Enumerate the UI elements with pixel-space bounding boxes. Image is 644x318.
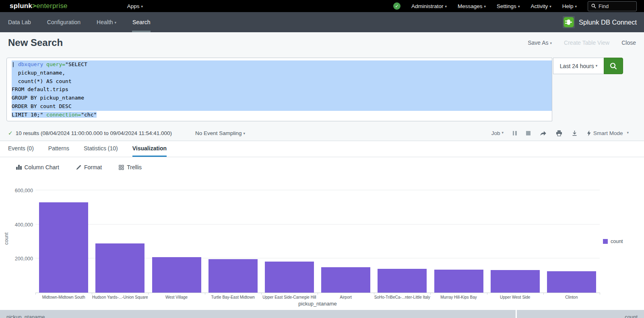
nav-configuration-label: Configuration: [47, 19, 80, 25]
tab-patterns[interactable]: Patterns: [48, 141, 69, 157]
nav-item-health[interactable]: Health▾: [97, 12, 116, 32]
results-summary: ✓ 10 results (08/04/2024 11:00:00.000 to…: [8, 130, 245, 136]
viz-controls: Column Chart Format Trellis: [0, 157, 644, 177]
stop-icon[interactable]: [526, 131, 530, 135]
chevron-down-icon: ▾: [502, 131, 504, 135]
job-menu-label: Job: [491, 130, 500, 136]
find-input[interactable]: [599, 3, 631, 9]
search-mode-label: Smart Mode: [593, 130, 623, 136]
column-header-count[interactable]: count: [517, 310, 644, 318]
bar-5[interactable]: [321, 267, 370, 293]
app-navbar: Data Lab Configuration Health▾ Search Sp…: [0, 12, 644, 32]
trellis-grid-icon: [119, 165, 124, 170]
column-chart-icon: [16, 165, 22, 170]
category-label: Upper East Side-Carnegie Hill: [261, 295, 318, 299]
nav-item-search[interactable]: Search: [132, 12, 150, 32]
export-download-icon[interactable]: [572, 130, 578, 136]
y-tick-label: 400,000: [15, 222, 33, 228]
apps-menu[interactable]: Apps▾: [127, 3, 143, 9]
save-as-label: Save As: [528, 39, 548, 46]
chevron-down-icon: ▾: [115, 21, 117, 25]
legend-label: count: [611, 239, 623, 244]
help-menu[interactable]: Help▾: [562, 3, 577, 9]
search-icon: [591, 4, 596, 8]
db-connect-plug-icon: [563, 16, 575, 28]
bar-7[interactable]: [434, 270, 483, 293]
column-header-pickup-ntaname[interactable]: pickup_ntaname: [0, 310, 516, 318]
nav-search-label: Search: [132, 19, 150, 25]
logo-splunk-text: splunk: [10, 2, 32, 10]
bar-0[interactable]: [39, 202, 88, 293]
administrator-menu[interactable]: Administrator▾: [411, 3, 447, 9]
time-range-picker[interactable]: Last 24 hours▾: [553, 58, 604, 74]
job-menu[interactable]: Job▾: [491, 130, 504, 136]
close-button[interactable]: Close: [621, 39, 636, 46]
event-sampling-dropdown[interactable]: No Event Sampling▾: [195, 130, 245, 136]
bar-1[interactable]: [95, 243, 144, 293]
search-query-input[interactable]: | dbxquery query="SELECT pickup_ntaname,…: [6, 58, 552, 121]
format-menu[interactable]: Format: [76, 164, 102, 170]
query-text: | dbxquery query="SELECT pickup_ntaname,…: [12, 60, 552, 119]
trellis-label: Trellis: [127, 164, 142, 170]
results-tabs: Events (0) Patterns Statistics (10) Visu…: [0, 141, 644, 157]
x-tick-mark: [205, 293, 205, 295]
logo-enterprise-text: enterprise: [36, 2, 68, 10]
chevron-down-icon: ▾: [550, 41, 552, 45]
share-icon[interactable]: [540, 130, 547, 136]
status-ok-icon[interactable]: ✓: [393, 2, 400, 10]
search-icon: [609, 62, 617, 70]
bar-3[interactable]: [208, 259, 258, 293]
run-search-button[interactable]: [604, 58, 623, 74]
logo-gt-text: >: [32, 2, 36, 10]
chevron-down-icon: ▾: [484, 4, 486, 8]
bar-9[interactable]: [547, 271, 596, 293]
messages-menu[interactable]: Messages▾: [458, 3, 486, 9]
find-searchbox[interactable]: [588, 1, 637, 11]
x-tick-mark: [487, 293, 487, 295]
nav-item-data-lab[interactable]: Data Lab: [8, 12, 31, 32]
x-tick-mark: [430, 293, 431, 295]
statistics-table-header: pickup_ntaname count: [0, 310, 644, 318]
tab-events[interactable]: Events (0): [8, 141, 34, 157]
chevron-down-icon: ▾: [596, 64, 598, 68]
x-tick-mark: [35, 293, 36, 295]
chevron-down-icon: ▾: [244, 131, 246, 135]
activity-menu-label: Activity: [530, 3, 548, 9]
x-tick-mark: [318, 293, 318, 295]
create-table-view-button: Create Table View: [564, 39, 609, 46]
category-label: SoHo-TriBeCa-...nter-Little Italy: [374, 295, 430, 299]
pause-icon[interactable]: [513, 131, 517, 135]
x-tick-mark: [600, 293, 600, 295]
chevron-down-icon: ▾: [575, 4, 577, 8]
bar-6[interactable]: [378, 269, 427, 293]
administrator-menu-label: Administrator: [411, 3, 444, 9]
x-tick-mark: [92, 293, 92, 295]
bar-2[interactable]: [152, 257, 201, 293]
category-label: Murray Hill-Kips Bay: [430, 295, 487, 299]
activity-menu[interactable]: Activity▾: [530, 3, 551, 9]
search-mode-dropdown[interactable]: Smart Mode ▾: [587, 130, 629, 136]
category-label: Turtle Bay-East Midtown: [205, 295, 261, 299]
time-range-label: Last 24 hours: [560, 63, 594, 69]
save-as-button[interactable]: Save As▾: [528, 39, 552, 46]
y-axis-ticks: 200,000400,000600,000: [10, 190, 33, 293]
splunk-logo[interactable]: splunk>enterprise: [10, 2, 68, 10]
bar-4[interactable]: [265, 262, 314, 293]
apps-menu-label: Apps: [127, 3, 140, 9]
trellis-menu[interactable]: Trellis: [119, 164, 142, 170]
chart-legend[interactable]: count: [603, 239, 623, 244]
y-tick-label: 200,000: [15, 256, 33, 262]
chart-type-label: Column Chart: [25, 164, 59, 170]
format-label: Format: [84, 164, 102, 170]
tab-statistics[interactable]: Statistics (10): [84, 141, 118, 157]
app-identity[interactable]: Splunk DB Connect: [563, 16, 644, 28]
results-bar: ✓ 10 results (08/04/2024 11:00:00.000 to…: [0, 126, 644, 140]
tab-visualization[interactable]: Visualization: [132, 141, 167, 157]
nav-item-configuration[interactable]: Configuration: [47, 12, 80, 32]
print-icon[interactable]: [556, 130, 562, 136]
bar-8[interactable]: [491, 270, 540, 293]
chevron-down-icon: ▾: [549, 4, 551, 8]
settings-menu[interactable]: Settings▾: [497, 3, 520, 9]
plot-area: [35, 190, 600, 293]
chart-type-picker[interactable]: Column Chart: [16, 164, 59, 170]
